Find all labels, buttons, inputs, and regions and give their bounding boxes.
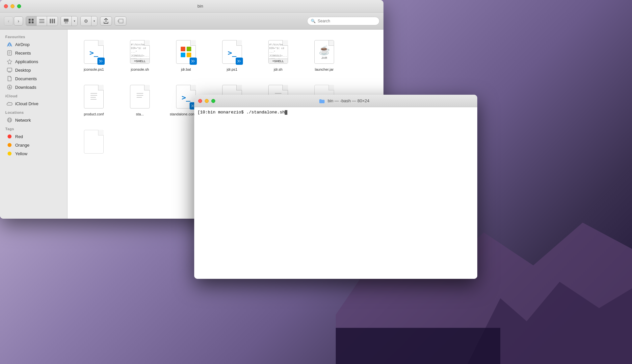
sidebar-item-downloads[interactable]: Downloads <box>1 83 66 91</box>
svg-rect-13 <box>64 19 68 22</box>
sidebar-item-network[interactable]: Network <box>1 116 66 124</box>
sidebar-item-documents[interactable]: Documents <box>1 74 66 83</box>
sidebar-item-tag-yellow[interactable]: Yellow <box>1 149 66 158</box>
documents-icon <box>7 76 13 82</box>
forward-icon: › <box>18 18 19 24</box>
finder-close-button[interactable] <box>4 4 8 8</box>
action-gear-group: ⚙ ▾ <box>80 16 97 26</box>
view-list-button[interactable] <box>37 16 47 26</box>
terminal-folder-icon <box>319 99 325 103</box>
svg-point-33 <box>8 152 12 156</box>
terminal-prompt: [10:bin monarezio$ <box>198 110 244 115</box>
back-button[interactable]: ‹ <box>4 16 13 26</box>
svg-rect-7 <box>39 19 44 20</box>
icloud-section-label: iCloud <box>0 91 67 99</box>
terminal-window: bin — -bash — 80×24 [10:bin monarezio$ .… <box>194 95 477 279</box>
svg-rect-12 <box>54 19 55 23</box>
tag-orange-icon <box>7 142 13 148</box>
file-jdr-bat-label: jdr.bat <box>181 67 191 72</box>
terminal-titlebar: bin — -bash — 80×24 <box>194 95 477 107</box>
network-label: Network <box>15 118 31 123</box>
tag-red-icon <box>7 133 13 139</box>
terminal-cursor <box>285 110 287 115</box>
file-jconsole-sh-label: jconsole.sh <box>131 67 149 72</box>
nav-buttons: ‹ › <box>4 16 23 26</box>
finder-minimize-button[interactable] <box>11 4 14 8</box>
desktop-icon <box>7 67 13 73</box>
recents-label: Recents <box>15 51 31 56</box>
terminal-traffic-lights <box>198 99 215 103</box>
sidebar-item-tag-red[interactable]: Red <box>1 132 66 141</box>
finder-maximize-button[interactable] <box>17 4 21 8</box>
file-product-conf[interactable]: product.conf <box>74 81 114 119</box>
sidebar-item-airdrop[interactable]: AirDrop <box>1 40 66 49</box>
action-gear-arrow[interactable]: ▾ <box>91 16 97 26</box>
documents-label: Documents <box>15 76 37 81</box>
view-column-button[interactable] <box>47 16 58 26</box>
svg-point-17 <box>9 44 11 46</box>
sidebar-item-applications[interactable]: Applications <box>1 57 66 66</box>
tag-orange-label: Orange <box>15 143 29 148</box>
gallery-view-button[interactable] <box>61 16 71 26</box>
file-standalone-partial1[interactable]: sta... <box>120 81 160 119</box>
tag-icon <box>118 19 123 23</box>
downloads-label: Downloads <box>15 85 36 90</box>
view-icon-button[interactable] <box>26 16 37 26</box>
column-view-icon <box>50 19 55 23</box>
file-jdr-ps1[interactable]: >_ jdr.ps1 <box>212 36 252 74</box>
tag-yellow-label: Yellow <box>15 151 27 156</box>
file-jdr-sh[interactable]: #!/bin/bash DIR="$( cd ..." JCONSOLE=...… <box>258 36 298 74</box>
svg-rect-8 <box>39 21 44 21</box>
file-product-conf-label: product.conf <box>84 112 104 116</box>
jdr-ps1-vscode-badge <box>236 58 243 65</box>
file-partial2[interactable] <box>74 126 114 159</box>
jdr-sh-shell-badge: =SHELL <box>269 59 288 63</box>
file-jdr-ps1-label: jdr.ps1 <box>227 67 237 72</box>
sidebar-item-desktop[interactable]: Desktop <box>1 66 66 74</box>
sidebar-item-tag-orange[interactable]: Orange <box>1 141 66 149</box>
search-input[interactable] <box>318 19 376 23</box>
icloud-drive-label: iCloud Drive <box>15 101 39 106</box>
tag-button[interactable] <box>115 16 126 26</box>
grid-view-icon <box>29 19 34 23</box>
search-box[interactable]: 🔍 <box>307 17 380 25</box>
icloud-drive-icon <box>7 101 13 107</box>
file-launcher-jar-label: launcher.jar <box>315 67 334 72</box>
list-view-icon <box>39 19 44 23</box>
svg-rect-11 <box>52 19 53 23</box>
action-gear-button[interactable]: ⚙ <box>81 16 91 26</box>
back-icon: ‹ <box>8 18 10 24</box>
file-standalone-partial1-label: sta... <box>136 112 144 116</box>
sidebar-item-icloud-drive[interactable]: iCloud Drive <box>1 99 66 108</box>
file-jconsole-ps1-label: jconsole.ps1 <box>84 67 104 72</box>
finder-window-title: bin <box>21 4 380 9</box>
favourites-section-label: Favourites <box>0 32 67 40</box>
gallery-dropdown-arrow[interactable]: ▾ <box>71 16 77 26</box>
share-icon <box>103 18 109 24</box>
search-icon: 🔍 <box>311 19 316 23</box>
terminal-close-button[interactable] <box>198 99 202 103</box>
share-button[interactable] <box>100 16 112 26</box>
finder-sidebar: Favourites AirDrop <box>0 30 67 219</box>
file-jconsole-ps1[interactable]: >_ jconsole.ps1 <box>74 36 114 74</box>
file-jconsole-sh[interactable]: #!/bin/bash DIR="$( cd ..." JCONSOLE=...… <box>120 36 160 74</box>
file-launcher-jar[interactable]: ☕ JAR launcher.jar <box>304 36 344 74</box>
desktop-label: Desktop <box>15 68 31 73</box>
svg-rect-15 <box>66 22 67 23</box>
file-jdr-sh-label: jdr.sh <box>274 67 282 72</box>
svg-rect-22 <box>7 68 12 71</box>
airdrop-label: AirDrop <box>15 42 30 47</box>
terminal-minimize-button[interactable] <box>205 99 209 103</box>
tag-yellow-icon <box>7 151 13 157</box>
terminal-maximize-button[interactable] <box>211 99 215 103</box>
file-jdr-bat[interactable]: jdr.bat <box>166 36 206 74</box>
vscode-badge <box>97 58 105 65</box>
svg-rect-3 <box>29 19 31 21</box>
svg-point-32 <box>8 143 12 147</box>
svg-rect-6 <box>32 21 34 23</box>
tags-section-label: Tags <box>0 124 67 132</box>
sidebar-item-recents[interactable]: Recents <box>1 49 66 57</box>
svg-rect-14 <box>65 22 66 23</box>
forward-button[interactable]: › <box>14 16 23 26</box>
terminal-body[interactable]: [10:bin monarezio$ ./standalone.sh <box>194 107 477 279</box>
